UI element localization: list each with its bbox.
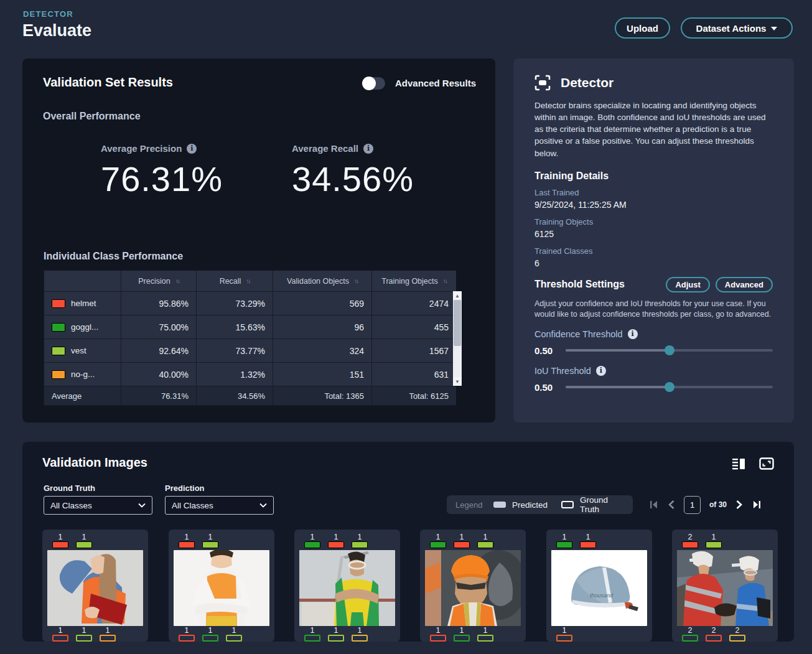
previous-page-button[interactable] (668, 500, 675, 510)
class-count-badge: 1 (328, 627, 344, 643)
validation-image-card[interactable]: 11 111 (169, 530, 274, 642)
slider-thumb[interactable] (665, 345, 674, 355)
class-count-badge: 1 (304, 627, 320, 643)
ground-truth-legend-label: Ground Truth (580, 495, 624, 514)
column-header-precision[interactable]: Precision↑↓ (121, 271, 196, 291)
class-count-badge: 1 (328, 533, 344, 549)
validation-image-card[interactable]: 11 thousand 1 (546, 530, 652, 642)
class-count: 1 (436, 533, 441, 541)
validation-image[interactable] (425, 550, 521, 626)
advanced-button[interactable]: Advanced (716, 277, 773, 292)
validation-image-card[interactable]: 21 222 (672, 530, 778, 642)
class-count: 1 (185, 533, 189, 541)
table-scrollbar[interactable]: ▲ ▼ (453, 291, 462, 386)
ground-truth-class-chip (556, 635, 572, 642)
detector-info-panel: Detector Detector brains specialize in l… (513, 58, 794, 423)
dataset-actions-button[interactable]: Dataset Actions (681, 17, 793, 39)
class-count: 1 (310, 627, 315, 635)
predicted-legend-label: Predicted (512, 500, 548, 510)
average-precision-label: Average Precision (101, 143, 182, 154)
last-trained-field: Last Trained 9/25/2024, 11:25:25 AM (534, 188, 773, 210)
class-count-badge: 1 (52, 627, 68, 643)
breadcrumb-detector: DETECTOR (23, 9, 73, 19)
class-count: 1 (460, 627, 464, 635)
ground-truth-class-chip (430, 635, 446, 642)
fullscreen-icon[interactable] (759, 457, 774, 470)
class-color-swatch (52, 323, 65, 332)
scroll-up-button[interactable]: ▲ (453, 291, 462, 300)
validation-image-card[interactable]: 11 111 (42, 530, 148, 642)
page-number-input[interactable] (684, 496, 701, 514)
scroll-down-button[interactable]: ▼ (453, 377, 462, 386)
predicted-badges: 11 (551, 533, 647, 549)
list-view-icon[interactable] (732, 457, 745, 470)
class-count: 1 (58, 627, 63, 635)
trained-classes-label: Trained Classes (534, 246, 773, 256)
toggle-knob (362, 77, 376, 90)
class-count: 1 (310, 533, 315, 541)
validation-image[interactable] (174, 550, 269, 626)
class-count-badge: 1 (430, 627, 446, 643)
confidence-threshold-value: 0.50 (534, 345, 556, 356)
validation-image-card[interactable]: 111 111 (294, 530, 400, 642)
sort-icon[interactable]: ↑↓ (354, 278, 358, 284)
legend-label: Legend (455, 500, 482, 510)
predicted-class-chip (76, 541, 92, 548)
adjust-button[interactable]: Adjust (666, 277, 709, 292)
predicted-class-chip (328, 541, 344, 548)
prediction-filter-select[interactable]: All Classes (165, 496, 274, 515)
validation-image[interactable]: thousand (551, 550, 647, 626)
predicted-badges: 11 (47, 533, 143, 549)
class-color-swatch (52, 370, 65, 379)
predicted-class-chip (304, 541, 320, 548)
validation-images-title: Validation Images (42, 455, 147, 470)
column-header-training-objects[interactable]: Training Objects↑↓ (372, 271, 456, 291)
predicted-chip-icon (493, 502, 506, 508)
legend: Legend Predicted Ground Truth (447, 495, 633, 514)
info-icon[interactable]: i (628, 329, 638, 339)
detector-description: Detector brains specialize in locating a… (534, 100, 773, 159)
iou-threshold-slider[interactable] (566, 382, 773, 392)
advanced-results-toggle[interactable] (363, 77, 385, 90)
class-count: 1 (460, 533, 464, 541)
table-cell-recall: 73.77% (197, 339, 273, 362)
next-page-button[interactable] (735, 500, 743, 510)
table-footer-recall: 34.56% (197, 386, 273, 405)
last-page-button[interactable] (752, 500, 762, 510)
ground-truth-class-chip (477, 635, 493, 642)
scrollbar-thumb[interactable] (454, 300, 461, 346)
sort-icon[interactable]: ↑↓ (246, 278, 250, 284)
ground-truth-filter-select[interactable]: All Classes (44, 496, 152, 515)
predicted-class-chip (202, 541, 218, 548)
confidence-threshold-slider[interactable] (566, 345, 773, 355)
info-icon[interactable]: i (363, 144, 373, 154)
slider-thumb[interactable] (665, 382, 674, 392)
predicted-class-chip (477, 541, 493, 548)
training-objects-value: 6125 (534, 229, 773, 239)
predicted-class-chip (580, 541, 596, 548)
class-count: 1 (358, 627, 362, 635)
sort-icon[interactable]: ↑↓ (175, 278, 179, 284)
class-count: 1 (82, 533, 86, 541)
upload-button[interactable]: Upload (615, 17, 670, 39)
validation-image[interactable] (47, 550, 143, 626)
predicted-badges: 111 (425, 533, 521, 549)
validation-image-card[interactable]: 111 111 (420, 530, 526, 642)
table-footer-precision: 76.31% (121, 386, 196, 405)
column-header-validation-objects[interactable]: Validation Objects↑↓ (273, 271, 371, 291)
info-icon[interactable]: i (187, 144, 197, 154)
class-count: 1 (58, 533, 63, 541)
first-page-button[interactable] (649, 500, 659, 510)
column-header-recall[interactable]: Recall↑↓ (197, 271, 273, 291)
class-count: 1 (82, 627, 86, 635)
table-cell-recall: 15.63% (197, 315, 273, 339)
sort-icon[interactable]: ↑↓ (443, 278, 447, 284)
class-count: 1 (106, 627, 110, 635)
validation-results-title: Validation Set Results (43, 75, 173, 90)
validation-image[interactable] (299, 550, 395, 626)
validation-image[interactable] (677, 550, 773, 626)
page-title: Evaluate (22, 21, 91, 40)
class-count: 2 (688, 627, 693, 635)
last-trained-value: 9/25/2024, 11:25:25 AM (534, 200, 773, 210)
info-icon[interactable]: i (596, 366, 606, 376)
